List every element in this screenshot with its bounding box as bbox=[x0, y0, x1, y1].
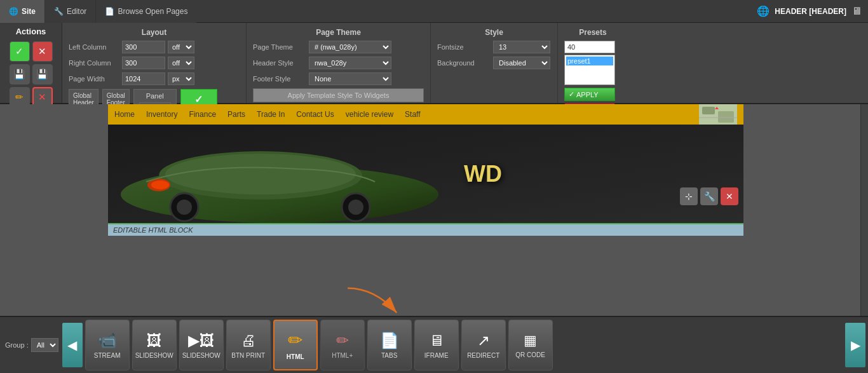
right-column-select[interactable]: off on bbox=[168, 57, 194, 69]
html-icon: ✏ bbox=[288, 330, 302, 351]
edit-toolbar-overlay: ⊹ 🔧 ✕ bbox=[680, 187, 738, 205]
presets-title: Presets bbox=[564, 28, 621, 37]
page-width-unit-select[interactable]: px % bbox=[168, 72, 194, 85]
editable-block: EDITABLE HTML BLOCK bbox=[108, 223, 743, 236]
hero-logo: WD bbox=[464, 161, 502, 187]
actions-title: Actions bbox=[3, 27, 59, 36]
svg-point-12 bbox=[348, 200, 363, 215]
site-nav: Home Inventory Finance Parts Trade In Co… bbox=[108, 104, 743, 125]
site-tab-label: Site bbox=[22, 7, 36, 16]
nav-staff[interactable]: Staff bbox=[405, 110, 420, 119]
nav-finance[interactable]: Finance bbox=[189, 110, 216, 119]
left-column-select[interactable]: off on bbox=[168, 41, 194, 53]
nav-parts[interactable]: Parts bbox=[227, 110, 245, 119]
editable-block-label: EDITABLE HTML BLOCK bbox=[113, 226, 193, 234]
widget-iframe[interactable]: 🖥 IFRAME bbox=[414, 320, 459, 370]
fontsize-select[interactable]: 13 12 14 bbox=[493, 41, 550, 53]
stream-icon: 📹 bbox=[98, 332, 117, 349]
preview-inner: Home Inventory Finance Parts Trade In Co… bbox=[108, 104, 743, 236]
header-style-label: Header Style bbox=[253, 59, 306, 67]
widget-btnprint[interactable]: 🖨 BTN PRINT bbox=[226, 320, 271, 370]
widget-stream[interactable]: 📹 STREAM bbox=[85, 320, 130, 370]
check-icon: ✓ bbox=[569, 90, 574, 98]
preset-item[interactable]: preset1 bbox=[566, 57, 613, 65]
left-column-input[interactable] bbox=[122, 41, 165, 53]
move-tool-button[interactable]: ⊹ bbox=[680, 187, 698, 205]
nav-home[interactable]: Home bbox=[114, 110, 135, 119]
monitor-icon[interactable]: 🖥 bbox=[851, 6, 862, 17]
layout-section: Layout Left Column off on Right Column o… bbox=[62, 23, 247, 103]
back-nav-arrow[interactable]: ◀ bbox=[62, 323, 83, 367]
header-style-select[interactable]: nwa_028y bbox=[309, 57, 391, 69]
delete-tool-button[interactable]: ✕ bbox=[721, 187, 738, 205]
presets-section: Presets preset1 ✓ APPLY 💾 SAVE bbox=[558, 23, 628, 103]
svg-point-8 bbox=[165, 154, 356, 194]
layout-title: Layout bbox=[69, 28, 240, 37]
page-theme-select[interactable]: # (nwa_028y) bbox=[309, 41, 391, 53]
footer-style-label: Footer Style bbox=[253, 75, 306, 83]
editor-icon: 🔧 bbox=[54, 7, 64, 16]
site-hero: WD ⊹ 🔧 ✕ bbox=[108, 125, 743, 223]
page-width-input[interactable] bbox=[122, 72, 165, 85]
right-column-label: Right Column bbox=[69, 59, 119, 67]
qrcode-icon: ▦ bbox=[524, 332, 537, 349]
preset-apply-button[interactable]: ✓ APPLY bbox=[564, 88, 615, 101]
footer-style-select[interactable]: None bbox=[309, 72, 391, 85]
arrow-container bbox=[337, 283, 413, 322]
widget-slideshow2[interactable]: ▶🖼 SLIDESHOW bbox=[179, 320, 224, 370]
browse-tab-label: Browse Open Pages bbox=[118, 7, 187, 16]
htmlplus-icon: ✏ bbox=[336, 332, 349, 349]
nav-inventory[interactable]: Inventory bbox=[146, 110, 177, 119]
widget-tabs[interactable]: 📄 TABS bbox=[367, 320, 412, 370]
btnprint-icon: 🖨 bbox=[241, 332, 256, 349]
page-width-label: Page Width bbox=[69, 75, 119, 83]
slideshow2-icon: ▶🖼 bbox=[188, 332, 215, 349]
site-tab[interactable]: 🌐 Site bbox=[0, 0, 45, 23]
nav-vehiclereview[interactable]: vehicle review bbox=[346, 110, 393, 119]
nav-contactus[interactable]: Contact Us bbox=[296, 110, 334, 119]
widget-html[interactable]: ✏ HTML bbox=[273, 320, 318, 370]
group-label: Group : bbox=[3, 341, 31, 349]
style-section: Style Fontsize 13 12 14 Background Disab… bbox=[431, 23, 558, 103]
preset-input[interactable] bbox=[564, 41, 615, 53]
svg-rect-1 bbox=[702, 107, 715, 114]
svg-point-10 bbox=[177, 200, 192, 215]
fontsize-label: Fontsize bbox=[437, 43, 491, 51]
svg-rect-2 bbox=[718, 111, 734, 123]
theme-title: Page Theme bbox=[253, 28, 424, 37]
widget-grid: 📹 STREAM 🖼 SLIDESHOW ▶🖼 SLIDESHOW 🖨 BTN … bbox=[83, 320, 845, 370]
editor-tab-label: Editor bbox=[67, 7, 86, 16]
editor-tab[interactable]: 🔧 Editor bbox=[45, 0, 96, 23]
cancel-button[interactable]: ✕ bbox=[32, 41, 53, 62]
redirect-icon: ↗ bbox=[477, 332, 490, 349]
edit-tool-button[interactable]: 🔧 bbox=[700, 187, 718, 205]
widget-redirect[interactable]: ↗ REDIRECT bbox=[461, 320, 506, 370]
svg-point-14 bbox=[151, 180, 169, 189]
group-select[interactable]: All bbox=[31, 338, 58, 352]
apply-template-button[interactable]: Apply Template Style To Widgets bbox=[253, 88, 424, 102]
style-title: Style bbox=[437, 28, 551, 37]
save-button[interactable]: 💾 bbox=[10, 64, 30, 85]
panel-label: Panel bbox=[146, 92, 164, 100]
background-select[interactable]: Disabled Enabled bbox=[493, 57, 550, 69]
background-label: Background bbox=[437, 59, 491, 67]
actions-panel: Actions ✓ ✕ 💾 💾 ✏ ✕ 🔧 ℹ bbox=[0, 23, 62, 103]
discard-button[interactable]: 💾 bbox=[32, 64, 53, 85]
next-nav-arrow[interactable]: ▶ bbox=[845, 323, 865, 367]
nav-tradein[interactable]: Trade In bbox=[257, 110, 285, 119]
widget-htmlplus[interactable]: ✏ HTML+ bbox=[320, 320, 365, 370]
arrow-svg bbox=[337, 283, 413, 321]
browse-icon: 📄 bbox=[105, 7, 114, 16]
header-info: 🌐 HEADER [HEADER] 🖥 bbox=[757, 5, 868, 17]
widget-qrcode[interactable]: ▦ QR CODE bbox=[508, 320, 553, 370]
browse-tab[interactable]: 📄 Browse Open Pages bbox=[96, 0, 196, 23]
right-column-input[interactable] bbox=[122, 57, 165, 69]
site-icon: 🌐 bbox=[9, 7, 18, 16]
tabs-icon: 📄 bbox=[380, 332, 399, 349]
header-label: HEADER [HEADER] bbox=[775, 7, 846, 16]
preset-apply-label: APPLY bbox=[576, 91, 599, 98]
slideshow1-icon: 🖼 bbox=[147, 332, 162, 349]
confirm-button[interactable]: ✓ bbox=[10, 41, 30, 62]
widget-slideshow1[interactable]: 🖼 SLIDESHOW bbox=[132, 320, 177, 370]
hero-image bbox=[108, 125, 743, 223]
